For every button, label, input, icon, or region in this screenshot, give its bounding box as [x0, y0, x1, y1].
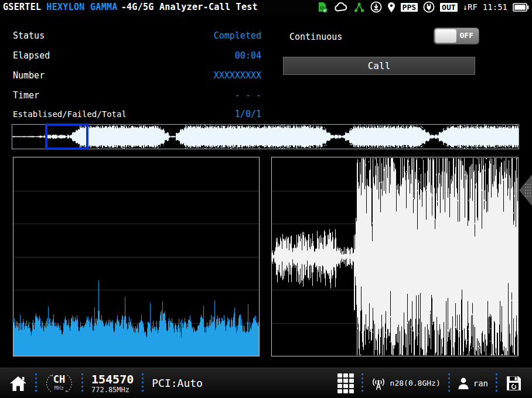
established-value: 1/0/1	[235, 109, 261, 119]
frequency-value: 772.85MHz	[91, 386, 134, 394]
call-button[interactable]: Call	[283, 57, 475, 75]
timer-row: Timer - - -	[13, 85, 261, 105]
window-title: GSERTELHEXYLON GAMMA-4G/5G Analyzer-Call…	[3, 2, 258, 12]
strip-selection-box[interactable]	[45, 123, 88, 150]
model-name: HEXYLON GAMMA	[46, 2, 117, 12]
side-panel-handle[interactable]	[519, 174, 532, 206]
audio-overview-strip[interactable]	[12, 124, 519, 149]
status-row: Status Completed	[13, 26, 261, 46]
bottom-bar-right-group: n28(0.8GHz) ran	[337, 373, 523, 393]
number-value: XXXXXXXXX	[214, 70, 261, 81]
divider	[448, 373, 450, 393]
number-label: Number	[13, 70, 45, 81]
app-title: -4G/5G Analyzer-Call Test	[121, 2, 258, 12]
timer-label: Timer	[13, 90, 39, 101]
status-value: Completed	[214, 30, 261, 41]
bottom-bar: CH MHz 154570 772.85MHz PCI:Auto	[0, 368, 532, 398]
call-test-status-list: Status Completed Elapsed 00:04 Number XX…	[13, 26, 261, 123]
elapsed-label: Elapsed	[13, 50, 50, 61]
divider	[35, 373, 37, 393]
noise-chart-canvas	[13, 157, 259, 356]
waveform-chart-canvas	[272, 157, 518, 356]
analyzer-screen: GSERTELHEXYLON GAMMA-4G/5G Analyzer-Call…	[0, 0, 532, 398]
location-pin-icon	[387, 2, 395, 13]
continuous-label: Continuous	[289, 32, 342, 42]
number-row: Number XXXXXXXXX	[13, 66, 261, 85]
divider	[496, 373, 497, 393]
channel-value: 154570	[91, 373, 134, 386]
band-label: n28(0.8GHz)	[390, 379, 441, 387]
cloud-icon	[334, 2, 348, 12]
home-icon[interactable]	[9, 375, 27, 392]
elapsed-value: 00:04	[235, 50, 261, 61]
save-icon[interactable]	[505, 375, 523, 392]
frequency-block[interactable]: 154570 772.85MHz	[91, 373, 134, 394]
out-badge: OUT	[440, 3, 457, 12]
channel-toggle-icon[interactable]: CH MHz	[45, 372, 73, 395]
status-icon-tray: PPS OUT ↓RF 11:51	[317, 1, 529, 13]
user-name: ran	[473, 379, 488, 388]
antenna-icon	[371, 376, 386, 391]
divider	[142, 373, 144, 393]
toggle-state-label: OFF	[460, 31, 473, 40]
timer-value: - - -	[235, 90, 261, 101]
divider	[362, 373, 363, 393]
download-circle-icon	[370, 1, 382, 13]
elapsed-row: Elapsed 00:04	[13, 46, 261, 66]
pci-setting[interactable]: PCI:Auto	[152, 377, 203, 389]
battery-icon	[513, 2, 529, 12]
toggle-knob	[435, 29, 456, 43]
continuous-toggle[interactable]: OFF	[434, 28, 479, 44]
divider	[81, 373, 83, 393]
noise-chart-panel	[13, 157, 260, 356]
network-icon	[353, 2, 365, 13]
user-icon	[458, 377, 469, 390]
top-bar: GSERTELHEXYLON GAMMA-4G/5G Analyzer-Call…	[0, 0, 532, 14]
user-account[interactable]: ran	[458, 377, 488, 390]
established-label: Establised/Failed/Total	[13, 109, 127, 119]
established-row: Establised/Failed/Total 1/0/1	[13, 105, 261, 123]
status-label: Status	[13, 30, 45, 41]
pps-badge: PPS	[401, 3, 418, 12]
power-circle-icon	[423, 1, 435, 13]
band-selector[interactable]: n28(0.8GHz)	[371, 376, 441, 391]
sim-icon	[317, 1, 329, 13]
keypad-icon[interactable]	[337, 373, 354, 393]
rf-indicator: ↓RF	[463, 2, 478, 12]
clock: 11:51	[483, 2, 507, 12]
waveform-chart-panel	[271, 157, 519, 356]
brand-name: GSERTEL	[3, 2, 41, 12]
grip-dots-icon	[524, 183, 531, 197]
